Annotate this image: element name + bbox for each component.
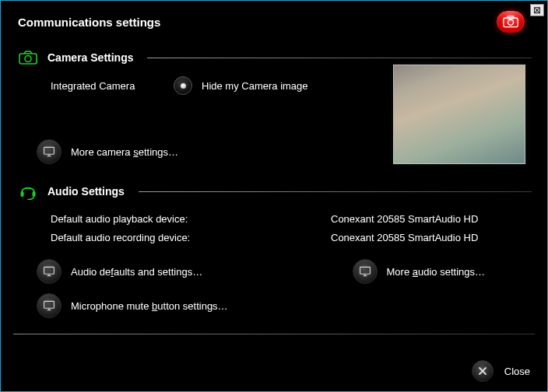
camera-preview xyxy=(393,65,525,164)
monitor-icon xyxy=(43,146,55,157)
playback-device-label: Default audio playback device: xyxy=(51,213,331,225)
monitor-icon xyxy=(359,266,371,277)
audio-defaults-link[interactable]: Audio defaults and settings… xyxy=(71,266,202,278)
hide-camera-radio[interactable] xyxy=(174,76,192,95)
camera-section-header: Camera Settings xyxy=(18,51,532,65)
hide-camera-label: Hide my Camera image xyxy=(202,80,308,92)
monitor-icon xyxy=(43,300,55,311)
svg-rect-8 xyxy=(21,191,24,197)
more-audio-settings-button[interactable] xyxy=(353,259,378,284)
divider xyxy=(139,191,532,192)
svg-point-2 xyxy=(508,19,514,25)
divider xyxy=(13,334,535,334)
close-icon xyxy=(478,366,487,376)
recording-device-value: Conexant 20585 SmartAudio HD xyxy=(331,232,478,243)
camera-icon xyxy=(503,16,518,28)
divider xyxy=(147,58,532,58)
svg-rect-13 xyxy=(360,267,370,274)
playback-device-value: Conexant 20585 SmartAudio HD xyxy=(331,213,478,225)
window-close-button[interactable]: ⊠ xyxy=(530,4,544,16)
audio-section-title: Audio Settings xyxy=(47,185,125,198)
svg-rect-5 xyxy=(44,147,54,154)
more-audio-settings-link[interactable]: More audio settings… xyxy=(387,266,485,278)
more-camera-settings-button[interactable] xyxy=(37,139,61,164)
more-camera-settings-link[interactable]: More camera settings… xyxy=(71,146,178,158)
record-camera-button[interactable] xyxy=(496,10,525,33)
monitor-icon xyxy=(43,266,55,277)
camera-section-icon xyxy=(18,51,38,65)
close-x-glyph: ⊠ xyxy=(533,5,541,15)
titlebar: Communications settings xyxy=(1,1,547,40)
headset-icon xyxy=(18,183,38,200)
svg-point-4 xyxy=(25,56,31,62)
svg-rect-10 xyxy=(44,267,54,274)
svg-rect-9 xyxy=(33,191,36,197)
page-title: Communications settings xyxy=(18,16,160,29)
svg-rect-16 xyxy=(44,301,54,308)
recording-device-label: Default audio recording device: xyxy=(51,232,331,243)
mic-mute-settings-button[interactable] xyxy=(37,293,61,318)
audio-section-header: Audio Settings xyxy=(18,183,532,200)
close-button-icon[interactable] xyxy=(472,360,494,382)
camera-section-title: Camera Settings xyxy=(47,51,133,64)
close-button[interactable]: Close xyxy=(504,366,530,377)
audio-defaults-button[interactable] xyxy=(37,259,61,284)
mic-mute-settings-link[interactable]: Microphone mute button settings… xyxy=(71,300,228,312)
camera-device-label: Integrated Camera xyxy=(51,80,174,92)
